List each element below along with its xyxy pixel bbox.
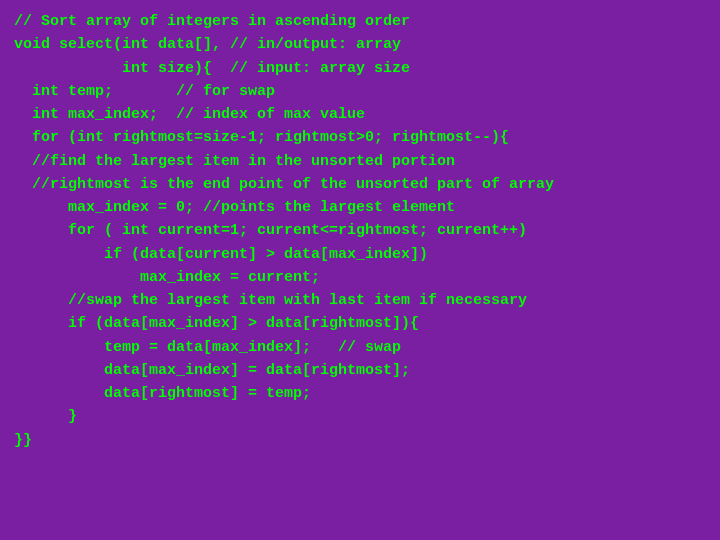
code-line: } — [14, 405, 706, 428]
code-line: for ( int current=1; current<=rightmost;… — [14, 219, 706, 242]
code-line: //swap the largest item with last item i… — [14, 289, 706, 312]
code-line: max_index = 0; //points the largest elem… — [14, 196, 706, 219]
code-container: // Sort array of integers in ascending o… — [0, 0, 720, 540]
code-line: //find the largest item in the unsorted … — [14, 150, 706, 173]
code-line: //rightmost is the end point of the unso… — [14, 173, 706, 196]
code-line: for (int rightmost=size-1; rightmost>0; … — [14, 126, 706, 149]
code-line: }} — [14, 429, 706, 452]
code-line: int size){ // input: array size — [14, 57, 706, 80]
code-line: data[rightmost] = temp; — [14, 382, 706, 405]
code-line: max_index = current; — [14, 266, 706, 289]
code-line: int max_index; // index of max value — [14, 103, 706, 126]
code-line: if (data[max_index] > data[rightmost]){ — [14, 312, 706, 335]
code-line: int temp; // for swap — [14, 80, 706, 103]
code-line: // Sort array of integers in ascending o… — [14, 10, 706, 33]
code-block: // Sort array of integers in ascending o… — [14, 10, 706, 452]
code-line: data[max_index] = data[rightmost]; — [14, 359, 706, 382]
code-line: void select(int data[], // in/output: ar… — [14, 33, 706, 56]
code-line: if (data[current] > data[max_index]) — [14, 243, 706, 266]
code-line: temp = data[max_index]; // swap — [14, 336, 706, 359]
